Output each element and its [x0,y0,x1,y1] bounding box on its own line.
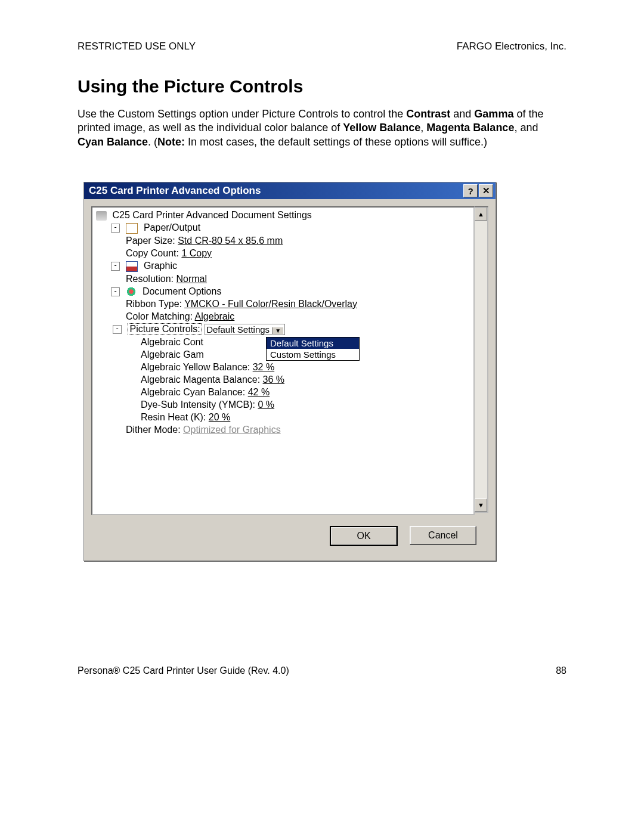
tree-item-resin-heat[interactable]: Resin Heat (K): 20 % [141,412,473,423]
collapse-icon[interactable]: - [111,287,120,296]
paper-icon [126,223,138,234]
paragraph: Use the Custom Settings option under Pic… [78,107,566,149]
tree-item-dither-mode[interactable]: Dither Mode: Optimized for Graphics [126,425,473,435]
titlebar[interactable]: C25 Card Printer Advanced Options ? ✕ [84,182,496,199]
document-options-icon [126,287,137,296]
tree-item-algebraic-gamma[interactable]: Algebraic Gam [141,349,473,360]
header-right: FARGO Electronics, Inc. [457,41,566,52]
tree-node-document-options[interactable]: Document Options [143,286,222,296]
footer-left: Persona® C25 Card Printer User Guide (Re… [78,665,289,676]
scroll-down-button[interactable]: ▼ [475,498,487,512]
tree-view[interactable]: C25 Card Printer Advanced Document Setti… [91,206,475,515]
tree-item-resolution[interactable]: Resolution: Normal [126,274,473,284]
dialog-window: C25 Card Printer Advanced Options ? ✕ C2… [83,182,496,561]
tree-node-graphic[interactable]: Graphic [144,261,177,271]
ok-button[interactable]: OK [330,526,398,546]
tree-item-algebraic-contrast[interactable]: Algebraic Cont [141,337,473,348]
header-left: RESTRICTED USE ONLY [78,41,196,52]
tree-item-copy-count[interactable]: Copy Count: 1 Copy [126,248,473,259]
collapse-icon[interactable]: - [111,224,120,233]
tree-item-picture-controls[interactable]: Picture Controls: [128,323,202,335]
tree-item-yellow-balance[interactable]: Algebraic Yellow Balance: 32 % [141,362,473,373]
tree-item-paper-size[interactable]: Paper Size: Std CR-80 54 x 85.6 mm [126,236,473,246]
tree-root[interactable]: C25 Card Printer Advanced Document Setti… [96,210,312,221]
collapse-icon[interactable]: - [113,325,122,334]
vertical-scrollbar[interactable]: ▲ ▼ [475,206,488,513]
tree-item-ribbon-type[interactable]: Ribbon Type: YMCKO - Full Color/Resin Bl… [126,299,473,309]
page-number: 88 [556,665,566,676]
collapse-icon[interactable]: - [111,262,120,271]
close-icon: ✕ [482,185,490,196]
tree-item-dyesub-intensity[interactable]: Dye-Sub Intensity (YMCB): 0 % [141,400,473,410]
graphic-icon [126,261,138,272]
chevron-down-icon: ▼ [272,327,283,334]
close-button[interactable]: ✕ [479,184,493,197]
printer-icon [96,211,107,221]
dialog-title: C25 Card Printer Advanced Options [89,185,462,197]
section-title: Using the Picture Controls [78,76,566,97]
tree-node-paper[interactable]: Paper/Output [144,222,200,233]
cancel-button[interactable]: Cancel [410,526,476,545]
tree-item-color-matching[interactable]: Color Matching: Algebraic [126,311,473,322]
tree-item-cyan-balance[interactable]: Algebraic Cyan Balance: 42 % [141,387,473,398]
tree-item-magenta-balance[interactable]: Algebraic Magenta Balance: 36 % [141,374,473,385]
picture-controls-dropdown[interactable]: Default Settings ▼ [205,324,285,335]
scroll-track[interactable] [475,221,487,498]
scroll-up-button[interactable]: ▲ [475,208,487,221]
help-button[interactable]: ? [463,184,478,197]
